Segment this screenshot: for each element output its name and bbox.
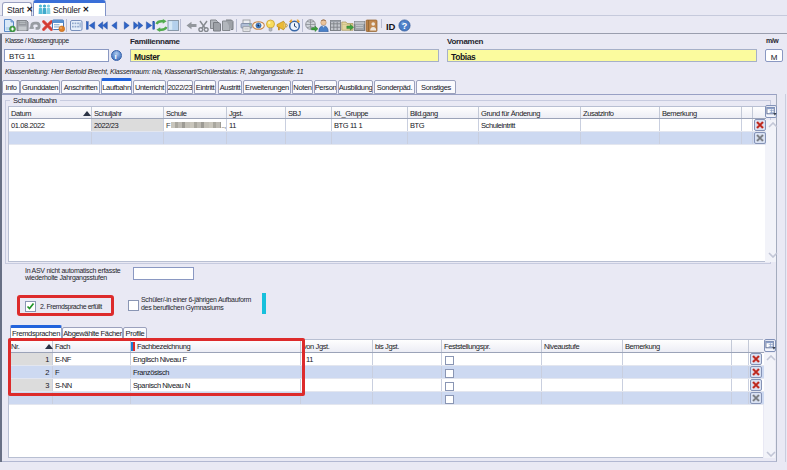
svg-text:?: ? <box>402 21 408 31</box>
